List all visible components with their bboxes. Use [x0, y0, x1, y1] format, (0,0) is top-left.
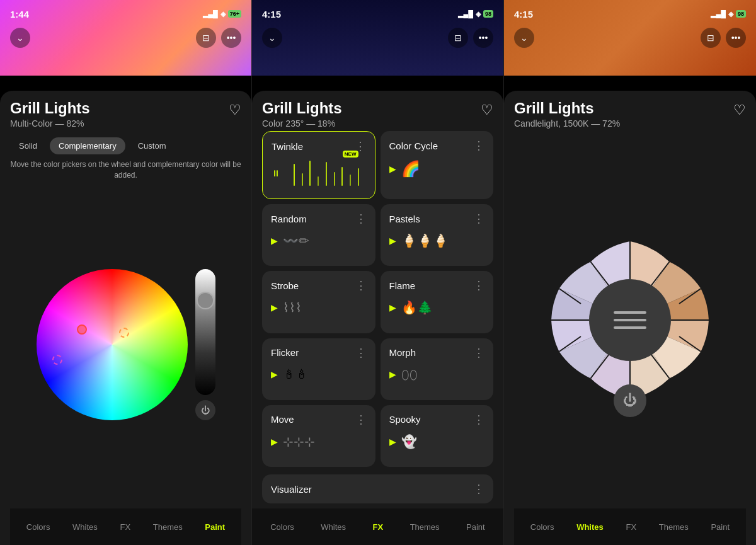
- pause-btn-twinkle[interactable]: ⏸: [272, 168, 280, 178]
- play-btn-random[interactable]: ▶: [271, 236, 278, 246]
- fx-title-twinkle: Twinkle: [272, 141, 303, 152]
- panel-fx: 4:15 ▂▄█ ◈ 98 ⌄ ⊟ ••• Grill Lights Color…: [252, 0, 504, 545]
- color-dot-3[interactable]: [52, 355, 62, 365]
- panel-colors: 1:44 ▂▄█ ◈ 76+ ⌄ ⊟ ••• Grill Lights Mult…: [0, 0, 252, 545]
- tab-complementary[interactable]: Complementary: [50, 137, 125, 154]
- more-button-1[interactable]: •••: [221, 28, 241, 48]
- flame-icon: 🔥🌲: [401, 300, 433, 315]
- nav-colors-1[interactable]: Colors: [23, 517, 54, 537]
- center-line-2: [614, 319, 646, 321]
- nav-paint-3[interactable]: Paint: [707, 517, 733, 537]
- segment-tabs-1: Solid Complementary Custom: [10, 137, 241, 154]
- color-dot-1[interactable]: [77, 324, 87, 335]
- fx-card-twinkle[interactable]: NEW Twinkle ⋮ ⏸: [262, 131, 375, 199]
- top-bar-2: ⌄ ⊟ •••: [252, 28, 503, 48]
- fx-card-morph[interactable]: Morph ⋮ ▶ ⬯⬯: [381, 338, 494, 400]
- tab-solid[interactable]: Solid: [10, 137, 46, 154]
- nav-fx-3[interactable]: FX: [622, 517, 640, 537]
- fx-card-flicker[interactable]: Flicker ⋮ ▶ 🕯🕯: [262, 338, 375, 400]
- tab-custom[interactable]: Custom: [129, 137, 175, 154]
- more-button-2[interactable]: •••: [473, 28, 493, 48]
- nav-themes-3[interactable]: Themes: [655, 517, 692, 537]
- nav-fx-2[interactable]: FX: [369, 517, 387, 537]
- back-button-2[interactable]: ⌄: [262, 28, 282, 48]
- color-wheel[interactable]: [37, 269, 188, 420]
- panel-whites: 4:15 ▂▄█ ◈ 98 ⌄ ⊟ ••• Grill Lights Candl…: [504, 0, 756, 545]
- fx-card-header-morph: Morph ⋮: [389, 346, 485, 360]
- power-button-3[interactable]: ⏻: [614, 384, 646, 417]
- brightness-thumb[interactable]: [197, 292, 214, 309]
- heart-button-3[interactable]: ♡: [733, 102, 746, 118]
- play-btn-flicker[interactable]: ▶: [271, 369, 278, 379]
- fx-dots-random[interactable]: ⋮: [355, 212, 367, 226]
- fx-card-header-flame: Flame ⋮: [389, 278, 485, 292]
- fx-card-spooky[interactable]: Spooky ⋮ ▶ 👻: [381, 405, 494, 467]
- fx-dots-pastels[interactable]: ⋮: [473, 212, 484, 226]
- bottom-nav-2: Colors Whites FX Themes Paint: [252, 508, 503, 545]
- fx-card-colorcycle[interactable]: Color Cycle ⋮ ▶ 🌈: [381, 131, 494, 199]
- fx-title-visualizer: Visualizer: [271, 484, 312, 495]
- save-button-1[interactable]: ⊟: [196, 28, 216, 48]
- colorcycle-icon: 🌈: [401, 160, 420, 178]
- fx-card-flame[interactable]: Flame ⋮ ▶ 🔥🌲: [381, 271, 494, 333]
- play-btn-flame[interactable]: ▶: [389, 302, 396, 313]
- nav-paint-1[interactable]: Paint: [201, 517, 229, 537]
- fx-card-pastels[interactable]: Pastels ⋮ ▶ 🍦🍦🍦: [381, 204, 494, 266]
- app-title-3: Grill Lights: [514, 100, 620, 117]
- nav-themes-1[interactable]: Themes: [149, 517, 186, 537]
- nav-fx-1[interactable]: FX: [116, 517, 134, 537]
- nav-colors-2[interactable]: Colors: [266, 517, 298, 537]
- nav-whites-2[interactable]: Whites: [317, 517, 350, 537]
- top-bar-3: ⌄ ⊟ •••: [504, 28, 756, 48]
- wifi-icon-3: ◈: [728, 10, 733, 18]
- color-dot-2[interactable]: [119, 328, 129, 338]
- fx-card-strobe[interactable]: Strobe ⋮ ▶ ⌇⌇⌇: [262, 271, 375, 333]
- nav-colors-3[interactable]: Colors: [527, 517, 558, 537]
- save-button-3[interactable]: ⊟: [701, 28, 721, 48]
- fx-dots-visualizer[interactable]: ⋮: [473, 482, 484, 496]
- heart-button-1[interactable]: ♡: [229, 102, 241, 118]
- fx-dots-strobe[interactable]: ⋮: [355, 278, 367, 292]
- play-btn-move[interactable]: ▶: [271, 437, 278, 447]
- play-btn-morph[interactable]: ▶: [389, 369, 396, 379]
- app-header-1: Grill Lights Multi-Color — 82% ♡: [10, 100, 241, 131]
- fx-title-colorcycle: Color Cycle: [389, 141, 438, 151]
- nav-themes-2[interactable]: Themes: [406, 517, 444, 537]
- fx-dots-flame[interactable]: ⋮: [473, 278, 484, 292]
- play-btn-colorcycle[interactable]: ▶: [389, 164, 396, 174]
- fx-dots-colorcycle[interactable]: ⋮: [473, 139, 484, 152]
- fx-dots-spooky[interactable]: ⋮: [473, 413, 484, 427]
- battery-3: 98: [736, 10, 746, 18]
- morph-icon: ⬯⬯: [401, 367, 418, 382]
- save-button-2[interactable]: ⊟: [448, 28, 468, 48]
- fx-list-visualizer[interactable]: Visualizer ⋮: [262, 474, 493, 503]
- back-button-1[interactable]: ⌄: [10, 28, 30, 48]
- pastels-icon: 🍦🍦🍦: [401, 233, 449, 248]
- brightness-slider[interactable]: [195, 269, 215, 395]
- fx-dots-move[interactable]: ⋮: [355, 413, 367, 427]
- fx-dots-flicker[interactable]: ⋮: [355, 346, 367, 360]
- more-button-3[interactable]: •••: [726, 28, 746, 48]
- battery-1: 76+: [228, 10, 241, 18]
- play-btn-pastels[interactable]: ▶: [389, 236, 396, 246]
- fx-title-strobe: Strobe: [271, 280, 299, 291]
- fx-card-move[interactable]: Move ⋮ ▶ ⊹⊹⊹: [262, 405, 375, 467]
- fx-title-spooky: Spooky: [389, 414, 421, 425]
- app-header-2: Grill Lights Color 235° — 18% ♡: [262, 100, 493, 131]
- nav-whites-3[interactable]: Whites: [573, 517, 607, 537]
- fx-card-header-colorcycle: Color Cycle ⋮: [389, 139, 485, 152]
- play-btn-strobe[interactable]: ▶: [271, 302, 278, 313]
- fx-card-header-strobe: Strobe ⋮: [271, 278, 367, 292]
- fx-card-random[interactable]: Random ⋮ ▶ 〰️✏: [262, 204, 375, 266]
- nav-whites-1[interactable]: Whites: [69, 517, 101, 537]
- play-btn-spooky[interactable]: ▶: [389, 437, 396, 447]
- fx-title-morph: Morph: [389, 347, 416, 358]
- donut-chart[interactable]: ⏻: [548, 238, 712, 402]
- heart-button-2[interactable]: ♡: [481, 102, 493, 118]
- top-bar-right-3: ⊟ •••: [701, 28, 746, 48]
- nav-paint-2[interactable]: Paint: [462, 517, 489, 537]
- fx-dots-morph[interactable]: ⋮: [473, 346, 484, 360]
- back-button-3[interactable]: ⌄: [514, 28, 534, 48]
- power-button-1[interactable]: ⏻: [195, 400, 215, 420]
- center-line-3: [614, 326, 646, 329]
